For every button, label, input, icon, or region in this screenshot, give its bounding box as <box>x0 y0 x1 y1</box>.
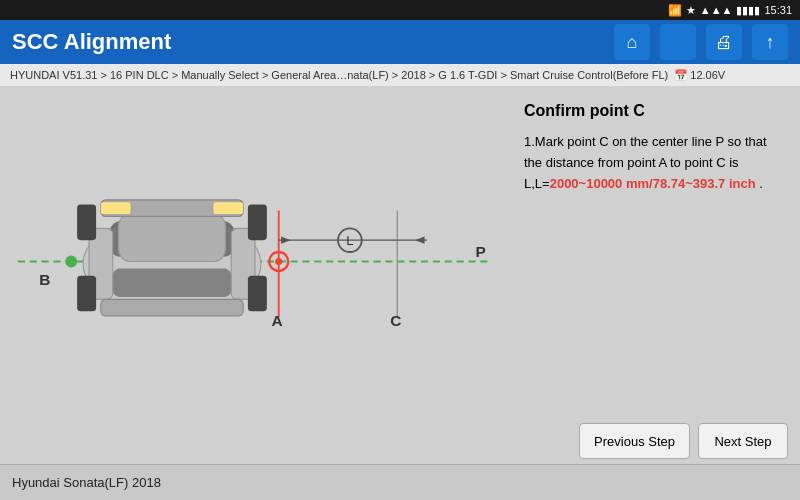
svg-rect-28 <box>214 202 244 214</box>
info-panel: Confirm point C 1.Mark point C on the ce… <box>510 86 800 418</box>
page-title: SCC Alignment <box>12 29 604 55</box>
diagram-area: L B A C P <box>0 86 510 418</box>
info-suffix: . <box>756 176 763 191</box>
svg-marker-7 <box>415 237 424 244</box>
svg-text:P: P <box>476 243 486 260</box>
info-description: 1.Mark point C on the center line P so t… <box>524 132 786 194</box>
time-display: 15:31 <box>764 4 792 16</box>
signal-icon: ▲▲▲ <box>700 4 733 16</box>
vehicle-info: Hyundai Sonata(LF) 2018 <box>12 475 161 490</box>
bottom-bar: Hyundai Sonata(LF) 2018 <box>0 464 800 500</box>
svg-rect-27 <box>101 202 131 214</box>
svg-point-14 <box>275 258 282 265</box>
print-button[interactable]: 🖨 <box>706 24 742 60</box>
home-button[interactable]: ⌂ <box>614 24 650 60</box>
car-diagram: L B A C P <box>0 86 510 418</box>
svg-text:A: A <box>272 312 283 329</box>
button-row: Previous Step Next Step <box>0 418 800 464</box>
svg-rect-26 <box>248 276 267 312</box>
info-highlight: 2000~10000 mm/78.74~393.7 inch <box>550 176 756 191</box>
svg-rect-17 <box>119 214 226 261</box>
battery-icon: ▮▮▮▮ <box>736 4 760 17</box>
breadcrumb-text: HYUNDAI V51.31 > 16 PIN DLC > Manually S… <box>10 69 668 81</box>
status-icons: 📶 ★ ▲▲▲ ▮▮▮▮ 15:31 <box>668 4 792 17</box>
svg-marker-6 <box>281 237 290 244</box>
next-step-button[interactable]: Next Step <box>698 423 788 459</box>
svg-text:C: C <box>390 312 401 329</box>
previous-step-button[interactable]: Previous Step <box>579 423 690 459</box>
svg-text:B: B <box>39 271 50 288</box>
svg-rect-22 <box>101 299 243 316</box>
status-bar: 📶 ★ ▲▲▲ ▮▮▮▮ 15:31 <box>0 0 800 20</box>
wifi-icon: ★ <box>686 4 696 17</box>
calendar-icon: 📅 <box>674 69 688 82</box>
svg-rect-24 <box>248 205 267 241</box>
svg-point-12 <box>65 256 77 268</box>
user-button[interactable]: 👤 <box>660 24 696 60</box>
version-text: 12.06V <box>690 69 725 81</box>
main-content: L B A C P <box>0 86 800 418</box>
svg-text:L: L <box>346 233 353 248</box>
bluetooth-icon: 📶 <box>668 4 682 17</box>
export-button[interactable]: ↑ <box>752 24 788 60</box>
svg-rect-23 <box>77 205 96 241</box>
svg-rect-25 <box>77 276 96 312</box>
svg-rect-18 <box>113 269 232 297</box>
title-bar: SCC Alignment ⌂ 👤 🖨 ↑ <box>0 20 800 64</box>
info-title: Confirm point C <box>524 102 786 120</box>
breadcrumb: HYUNDAI V51.31 > 16 PIN DLC > Manually S… <box>0 64 800 86</box>
